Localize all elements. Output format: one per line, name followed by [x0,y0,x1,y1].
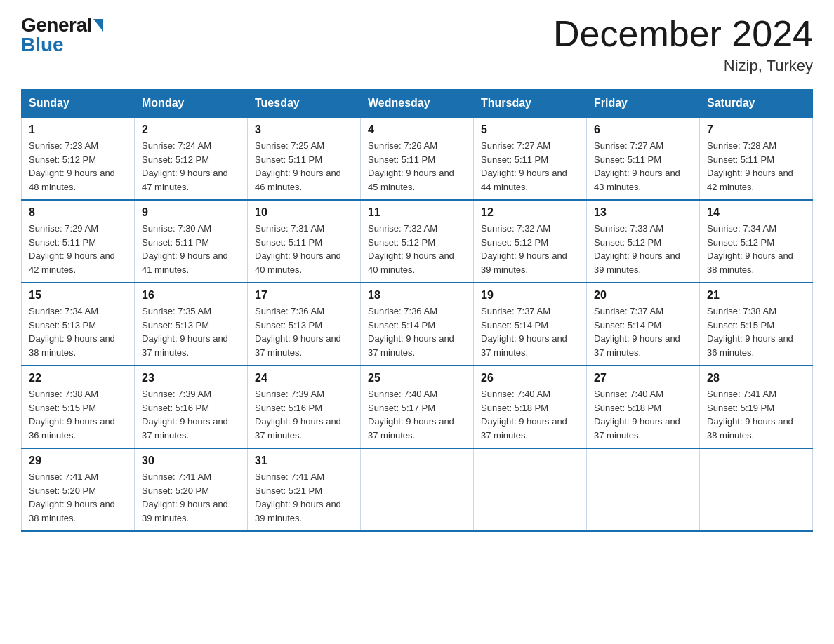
day-number: 17 [255,289,353,302]
calendar-week-row: 8 Sunrise: 7:29 AMSunset: 5:11 PMDayligh… [22,200,813,283]
table-row: 11 Sunrise: 7:32 AMSunset: 5:12 PMDaylig… [361,200,474,283]
table-row: 7 Sunrise: 7:28 AMSunset: 5:11 PMDayligh… [700,117,813,200]
table-row: 3 Sunrise: 7:25 AMSunset: 5:11 PMDayligh… [248,117,361,200]
day-info: Sunrise: 7:36 AMSunset: 5:13 PMDaylight:… [255,306,341,358]
day-number: 16 [142,289,240,302]
day-info: Sunrise: 7:37 AMSunset: 5:14 PMDaylight:… [594,306,680,358]
col-friday: Friday [587,90,700,118]
day-info: Sunrise: 7:40 AMSunset: 5:17 PMDaylight:… [368,389,454,441]
table-row: 29 Sunrise: 7:41 AMSunset: 5:20 PMDaylig… [22,448,135,531]
day-number: 6 [594,123,692,136]
day-info: Sunrise: 7:38 AMSunset: 5:15 PMDaylight:… [29,389,115,441]
day-number: 2 [142,123,240,136]
day-number: 24 [255,372,353,384]
day-number: 14 [707,206,805,219]
day-number: 12 [481,206,579,219]
day-number: 20 [594,289,692,302]
day-info: Sunrise: 7:31 AMSunset: 5:11 PMDaylight:… [255,223,341,275]
day-info: Sunrise: 7:25 AMSunset: 5:11 PMDaylight:… [255,140,341,192]
table-row: 23 Sunrise: 7:39 AMSunset: 5:16 PMDaylig… [135,365,248,448]
col-sunday: Sunday [22,90,135,118]
table-row [474,448,587,531]
day-info: Sunrise: 7:23 AMSunset: 5:12 PMDaylight:… [29,140,115,192]
logo-arrow-icon [93,19,103,32]
day-number: 25 [368,372,466,384]
table-row: 10 Sunrise: 7:31 AMSunset: 5:11 PMDaylig… [248,200,361,283]
day-number: 26 [481,372,579,384]
day-info: Sunrise: 7:29 AMSunset: 5:11 PMDaylight:… [29,223,115,275]
day-number: 11 [368,206,466,219]
table-row: 8 Sunrise: 7:29 AMSunset: 5:11 PMDayligh… [22,200,135,283]
day-number: 9 [142,206,240,219]
day-info: Sunrise: 7:32 AMSunset: 5:12 PMDaylight:… [368,223,454,275]
table-row [700,448,813,531]
calendar-week-row: 22 Sunrise: 7:38 AMSunset: 5:15 PMDaylig… [22,365,813,448]
day-info: Sunrise: 7:32 AMSunset: 5:12 PMDaylight:… [481,223,567,275]
day-number: 21 [707,289,805,302]
day-number: 8 [29,206,127,219]
day-number: 27 [594,372,692,384]
day-info: Sunrise: 7:34 AMSunset: 5:12 PMDaylight:… [707,223,793,275]
table-row: 16 Sunrise: 7:35 AMSunset: 5:13 PMDaylig… [135,283,248,365]
day-info: Sunrise: 7:37 AMSunset: 5:14 PMDaylight:… [481,306,567,358]
table-row: 1 Sunrise: 7:23 AMSunset: 5:12 PMDayligh… [22,117,135,200]
table-row: 4 Sunrise: 7:26 AMSunset: 5:11 PMDayligh… [361,117,474,200]
table-row: 25 Sunrise: 7:40 AMSunset: 5:17 PMDaylig… [361,365,474,448]
table-row: 28 Sunrise: 7:41 AMSunset: 5:19 PMDaylig… [700,365,813,448]
day-number: 15 [29,289,127,302]
day-info: Sunrise: 7:28 AMSunset: 5:11 PMDaylight:… [707,140,793,192]
day-number: 13 [594,206,692,219]
location-subtitle: Nizip, Turkey [553,57,813,75]
day-info: Sunrise: 7:26 AMSunset: 5:11 PMDaylight:… [368,140,454,192]
day-number: 30 [142,455,240,467]
day-number: 1 [29,123,127,136]
table-row: 12 Sunrise: 7:32 AMSunset: 5:12 PMDaylig… [474,200,587,283]
day-info: Sunrise: 7:36 AMSunset: 5:14 PMDaylight:… [368,306,454,358]
month-year-title: December 2024 [553,14,813,54]
table-row: 14 Sunrise: 7:34 AMSunset: 5:12 PMDaylig… [700,200,813,283]
calendar-week-row: 29 Sunrise: 7:41 AMSunset: 5:20 PMDaylig… [22,448,813,531]
col-thursday: Thursday [474,90,587,118]
day-info: Sunrise: 7:41 AMSunset: 5:21 PMDaylight:… [255,471,341,523]
calendar-week-row: 1 Sunrise: 7:23 AMSunset: 5:12 PMDayligh… [22,117,813,200]
table-row: 9 Sunrise: 7:30 AMSunset: 5:11 PMDayligh… [135,200,248,283]
table-row: 22 Sunrise: 7:38 AMSunset: 5:15 PMDaylig… [22,365,135,448]
table-row: 31 Sunrise: 7:41 AMSunset: 5:21 PMDaylig… [248,448,361,531]
day-info: Sunrise: 7:24 AMSunset: 5:12 PMDaylight:… [142,140,228,192]
day-info: Sunrise: 7:27 AMSunset: 5:11 PMDaylight:… [481,140,567,192]
day-info: Sunrise: 7:41 AMSunset: 5:19 PMDaylight:… [707,389,793,441]
day-info: Sunrise: 7:34 AMSunset: 5:13 PMDaylight:… [29,306,115,358]
day-info: Sunrise: 7:33 AMSunset: 5:12 PMDaylight:… [594,223,680,275]
table-row: 20 Sunrise: 7:37 AMSunset: 5:14 PMDaylig… [587,283,700,365]
calendar-table: Sunday Monday Tuesday Wednesday Thursday… [21,89,813,532]
table-row: 6 Sunrise: 7:27 AMSunset: 5:11 PMDayligh… [587,117,700,200]
day-number: 7 [707,123,805,136]
table-row: 5 Sunrise: 7:27 AMSunset: 5:11 PMDayligh… [474,117,587,200]
page-header: General Blue December 2024 Nizip, Turkey [21,14,813,75]
day-number: 28 [707,372,805,384]
day-info: Sunrise: 7:30 AMSunset: 5:11 PMDaylight:… [142,223,228,275]
table-row: 24 Sunrise: 7:39 AMSunset: 5:16 PMDaylig… [248,365,361,448]
day-number: 3 [255,123,353,136]
day-info: Sunrise: 7:40 AMSunset: 5:18 PMDaylight:… [481,389,567,441]
day-number: 19 [481,289,579,302]
day-number: 22 [29,372,127,384]
day-info: Sunrise: 7:41 AMSunset: 5:20 PMDaylight:… [142,471,228,523]
table-row: 17 Sunrise: 7:36 AMSunset: 5:13 PMDaylig… [248,283,361,365]
col-wednesday: Wednesday [361,90,474,118]
col-monday: Monday [135,90,248,118]
col-tuesday: Tuesday [248,90,361,118]
table-row [361,448,474,531]
day-info: Sunrise: 7:40 AMSunset: 5:18 PMDaylight:… [594,389,680,441]
day-info: Sunrise: 7:39 AMSunset: 5:16 PMDaylight:… [255,389,341,441]
table-row: 18 Sunrise: 7:36 AMSunset: 5:14 PMDaylig… [361,283,474,365]
table-row: 2 Sunrise: 7:24 AMSunset: 5:12 PMDayligh… [135,117,248,200]
day-number: 18 [368,289,466,302]
table-row: 13 Sunrise: 7:33 AMSunset: 5:12 PMDaylig… [587,200,700,283]
logo-blue-text: Blue [21,34,64,56]
day-number: 31 [255,455,353,467]
table-row: 15 Sunrise: 7:34 AMSunset: 5:13 PMDaylig… [22,283,135,365]
day-info: Sunrise: 7:39 AMSunset: 5:16 PMDaylight:… [142,389,228,441]
day-info: Sunrise: 7:38 AMSunset: 5:15 PMDaylight:… [707,306,793,358]
table-row [587,448,700,531]
